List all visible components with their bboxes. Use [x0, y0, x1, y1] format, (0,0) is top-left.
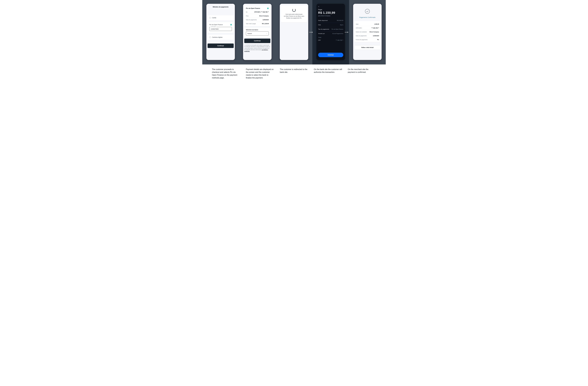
chevron-down-icon: ⌄ — [266, 33, 267, 34]
pix-icon — [230, 23, 232, 26]
row-method: Forma de pagamentoPix — [356, 38, 379, 42]
back-home-button[interactable]: Voltar a tela inicial — [354, 45, 380, 50]
authorize-button[interactable]: Autorizar — [318, 53, 343, 57]
section-titular: Titular — [318, 36, 343, 38]
screen-payment-details: Pix via Open Finance DeCPF/CNPJ: ***.456… — [243, 4, 272, 60]
method-label: Pix via Open Finance — [209, 24, 223, 25]
method-option-card[interactable]: Cartão — [208, 15, 234, 20]
screen-payment-methods: Métodos de pagamento Cartão Pix via Open… — [206, 4, 235, 60]
confirm-button[interactable]: Confirmar — [244, 39, 270, 43]
pix-icon — [267, 7, 269, 10]
redirect-message: Você está sendo redirecionado via Open F… — [283, 13, 305, 19]
select-label: Selecione seu banco — [246, 29, 269, 30]
row-total: Valor total à pagarR$ 1,150.99 — [246, 22, 269, 25]
payee: para Direct Company — [318, 15, 343, 17]
row-date: Data do pagamento11/06/2024 — [356, 34, 379, 38]
amount: R$ 1.150,99 — [318, 11, 343, 15]
bank-select[interactable]: Nubank ⌄ — [246, 31, 269, 36]
continue-button[interactable]: Continuar — [208, 43, 234, 48]
row-cpf: CPF/CNPJ:***.456.789-** — [356, 26, 379, 30]
row-initiated-by: Iniciado pordLocal Pagamentos — [318, 31, 343, 36]
method-label: Cartão — [212, 17, 216, 19]
method-option-wallets[interactable]: Carteiras digitais — [208, 35, 234, 40]
arrow-icon: ⟶ — [345, 31, 348, 34]
radio-icon — [209, 37, 211, 38]
caption-1: The customer proceeds to checkout and se… — [212, 68, 240, 79]
row-type: Tipo de pagamentoPix via Open Finance — [318, 27, 343, 31]
confirmed-title: Pagamento Confirmado — [354, 17, 380, 18]
captions-row: The customer proceeds to checkout and se… — [202, 64, 386, 84]
field-label: CPF/CNPJ — [210, 26, 216, 27]
pay-label: Pagar — [318, 9, 343, 10]
caption-2: Payment details are displayed on the scr… — [246, 68, 274, 79]
success-check-icon — [365, 9, 370, 14]
screen-bank-authorize: ✕ Pagar R$ 1.150,99 para Direct Company … — [316, 4, 345, 60]
row-amount: Valor1.050,99 — [356, 22, 379, 26]
page-title: Métodos de pagamento — [208, 5, 234, 8]
radio-icon — [209, 17, 211, 19]
select-value: Nubank — [248, 33, 252, 34]
method-option-pix[interactable]: Pix via Open Finance CPF/CNPJ 1234567890… — [208, 22, 234, 33]
method-label: Carteiras digitais — [212, 37, 223, 38]
row-date: Data do pagamento11/06/2024 — [246, 18, 269, 22]
row-from: DeCPF/CNPJ: ***.456.789-** — [246, 10, 269, 14]
row-receiver: Dados do recebedorDirect Company — [356, 30, 379, 34]
caption-4: On the bank site the customer will autho… — [314, 68, 342, 79]
cpf-input[interactable]: CPF/CNPJ 12345678909 — [209, 27, 232, 31]
disclaimer: A conclusão da transação está sujeita à … — [244, 44, 270, 52]
screen-confirmed: Pagamento Confirmado Valor1.050,99 CPF/C… — [353, 4, 382, 60]
close-icon[interactable]: ✕ — [318, 6, 343, 7]
caption-3: The customer is redirected to the bank s… — [280, 68, 308, 79]
screen-redirect: Você está sendo redirecionado via Open F… — [280, 4, 308, 60]
row-balance: Saldo disponívelR$ 5400,89 — [318, 18, 343, 23]
arrow-icon: ⟶ — [309, 31, 313, 34]
field-value: 12345678909 — [211, 28, 218, 30]
row-date: DataAgora — [318, 23, 343, 27]
card-title: Pix via Open Finance — [246, 7, 260, 9]
caption-5: On the merchant site the payment is conf… — [348, 68, 376, 79]
row-cpf: CPF***.456.789-** — [318, 38, 343, 42]
row-to: ParaDirect Company — [246, 14, 269, 18]
spinner-icon — [292, 8, 296, 12]
